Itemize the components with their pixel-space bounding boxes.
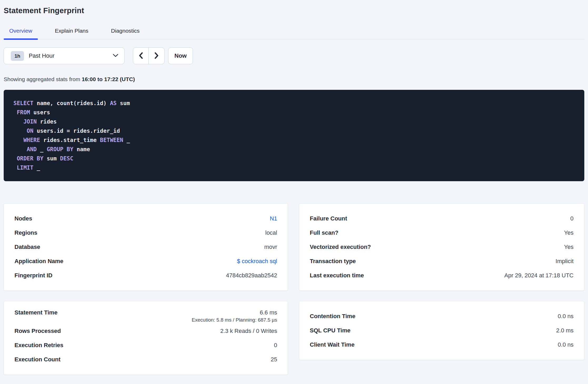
sql-keyword: JOIN [23, 119, 37, 125]
stat-value: movr [264, 244, 277, 250]
sql-keyword: BETWEEN [100, 137, 123, 143]
stat-subvalue: Execution: 5.8 ms / Planning: 687.5 µs [14, 316, 277, 324]
time-pager [133, 47, 165, 64]
stat-label: Last execution time [310, 272, 504, 279]
stat-row: NodesN1 [14, 211, 277, 226]
time-range-badge: 1h [11, 51, 24, 61]
stat-value: 4784cb829aab2542 [226, 272, 277, 279]
stat-row: Fingerprint ID4784cb829aab2542 [14, 268, 277, 283]
stat-value: Yes [564, 229, 574, 236]
stat-value: 25 [271, 356, 277, 363]
page-title: Statement Fingerprint [4, 5, 584, 16]
sql-text [13, 119, 23, 125]
prev-time-range-button[interactable] [133, 48, 149, 64]
sql-text [13, 146, 27, 152]
stat-row: Regionslocal [14, 226, 277, 240]
sql-line: ON users.id = rides.rider_id [13, 126, 576, 136]
stat-value: Implicit [556, 258, 574, 265]
sql-text: _ [123, 137, 130, 143]
sql-text [13, 128, 27, 134]
stat-value-link[interactable]: N1 [270, 215, 277, 222]
stat-row: Transaction typeImplicit [310, 254, 574, 268]
wait-times-card: Contention Time0.0 nsSQL CPU Time2.0 msC… [299, 301, 584, 360]
sql-keyword: WHERE [23, 137, 40, 143]
stat-row: Failure Count0 [310, 211, 574, 226]
sql-line: AND _ GROUP BY name [13, 145, 576, 154]
sql-line: SELECT name, count(rides.id) AS sum [13, 99, 576, 108]
stat-row: Last execution timeApr 29, 2024 at 17:18… [310, 268, 574, 283]
sql-keyword: FROM [17, 109, 30, 116]
stat-label: SQL CPU Time [310, 327, 556, 334]
time-range-select[interactable]: 1h Past Hour [4, 47, 124, 64]
stat-label: Database [14, 244, 264, 250]
chevron-left-icon [138, 52, 143, 60]
statement-timings-card: Statement Time6.6 msExecution: 5.8 ms / … [4, 301, 288, 375]
stat-value: Apr 29, 2024 at 17:18 UTC [504, 272, 574, 279]
chevron-down-icon [113, 54, 118, 58]
sql-line: LIMIT _ [13, 163, 576, 173]
aggregated-stats-line: Showing aggregated stats from 16:00 to 1… [4, 76, 584, 83]
stat-value: Yes [564, 244, 574, 250]
now-button[interactable]: Now [168, 47, 193, 64]
sql-line: JOIN rides [13, 117, 576, 126]
sql-text [13, 155, 17, 162]
sql-statement-box: SELECT name, count(rides.id) AS sum FROM… [4, 90, 584, 181]
tab-explain-plans[interactable]: Explain Plans [49, 24, 94, 39]
sql-text: _ [37, 146, 47, 152]
next-time-range-button[interactable] [149, 48, 164, 64]
stat-row: Contention Time0.0 ns [310, 309, 574, 323]
sql-text: _ [33, 165, 40, 171]
chevron-right-icon [154, 52, 159, 60]
sql-text: name, count(rides.id) [33, 100, 110, 106]
sql-keyword: LIMIT [17, 165, 33, 171]
stat-label: Transaction type [310, 258, 556, 265]
sql-keyword: ORDER BY [17, 155, 43, 162]
stat-value: 6.6 ms [260, 309, 277, 316]
stat-value: 0 [274, 342, 277, 349]
stat-value: 0 [570, 215, 574, 222]
stat-label: Fingerprint ID [14, 272, 226, 279]
stat-label: Statement Time [14, 309, 260, 316]
stat-label: Contention Time [310, 313, 558, 320]
stat-value: local [265, 229, 277, 236]
statement-fingerprint-page: Statement Fingerprint OverviewExplain Pl… [0, 0, 588, 375]
stat-label: Nodes [14, 215, 270, 222]
tab-bar: OverviewExplain PlansDiagnostics [4, 24, 584, 39]
sql-text: name [73, 146, 90, 152]
stat-row: Client Wait Time0.0 ns [310, 338, 574, 352]
sql-text: rides [37, 119, 57, 125]
sql-keyword: ON [27, 128, 33, 134]
stats-cards-grid: NodesN1RegionslocalDatabasemovrApplicati… [4, 203, 584, 375]
statement-details-card: NodesN1RegionslocalDatabasemovrApplicati… [4, 203, 288, 291]
time-controls: 1h Past Hour Now [4, 47, 584, 64]
stat-label: Client Wait Time [310, 341, 558, 348]
stat-label: Full scan? [310, 229, 564, 236]
stat-value: 2.0 ms [556, 327, 574, 334]
time-range-label: Past Hour [29, 52, 113, 59]
sql-keyword: DESC [60, 155, 73, 162]
stat-label: Application Name [14, 258, 237, 265]
stat-label: Execution Count [14, 356, 271, 363]
stat-label: Regions [14, 229, 265, 236]
sql-keyword: SELECT [13, 100, 33, 106]
sql-text [13, 109, 17, 116]
stat-row: Rows Processed2.3 k Reads / 0 Writes [14, 324, 277, 338]
stat-row: Application Name$ cockroach sql [14, 254, 277, 268]
stat-label: Rows Processed [14, 328, 220, 334]
sql-text: sum [117, 100, 130, 106]
stats-line-prefix: Showing aggregated stats from [4, 76, 82, 82]
stat-value: 2.3 k Reads / 0 Writes [220, 328, 277, 334]
execution-attributes-card: Failure Count0Full scan?YesVectorized ex… [299, 203, 584, 291]
tab-diagnostics[interactable]: Diagnostics [106, 24, 145, 39]
sql-keyword: AS [110, 100, 117, 106]
sql-text: users.id = rides.rider_id [33, 128, 120, 134]
sql-line: ORDER BY sum DESC [13, 154, 576, 163]
sql-line: FROM users [13, 108, 576, 117]
stat-value-link[interactable]: $ cockroach sql [237, 258, 277, 265]
sql-text [13, 137, 23, 143]
tab-overview[interactable]: Overview [4, 24, 38, 39]
sql-text: rides.start_time [40, 137, 100, 143]
stat-row: SQL CPU Time2.0 ms [310, 323, 574, 338]
stat-value: 0.0 ns [558, 341, 574, 348]
stat-label: Vectorized execution? [310, 244, 564, 250]
